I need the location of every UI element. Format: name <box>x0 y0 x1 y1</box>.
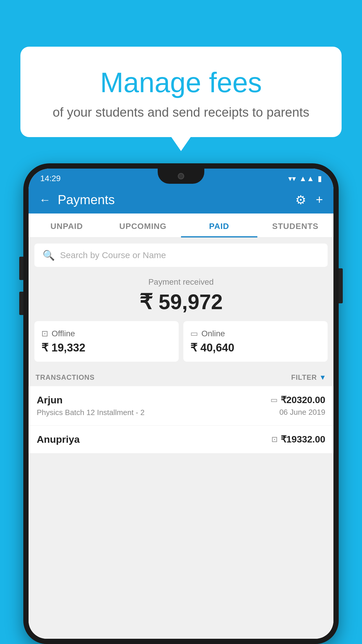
camera <box>178 173 184 179</box>
offline-card-header: ⊡ Offline <box>41 329 172 338</box>
transaction-name: Arjun <box>37 394 145 406</box>
app-header: ← Payments ⚙ + <box>29 186 333 214</box>
status-icons: ▾▾ ▲▲ ▮ <box>288 174 322 183</box>
payment-summary: Payment received ₹ 59,972 <box>29 267 333 321</box>
transaction-amount-row: ⊡ ₹19332.00 <box>271 434 325 445</box>
status-bar: 14:29 ▾▾ ▲▲ ▮ <box>29 169 333 186</box>
bubble-subtitle: of your students and send receipts to pa… <box>38 105 324 120</box>
transaction-right: ▭ ₹20320.00 06 June 2019 <box>270 394 325 417</box>
offline-icon: ⊡ <box>41 329 48 338</box>
search-icon: 🔍 <box>43 249 55 261</box>
phone-container: 14:29 ▾▾ ▲▲ ▮ ← Payments <box>23 163 339 644</box>
signal-icon: ▲▲ <box>299 174 314 183</box>
offline-amount: ₹ 19,332 <box>41 341 172 354</box>
payment-cards: ⊡ Offline ₹ 19,332 ▭ Online ₹ 40,640 <box>29 321 333 368</box>
phone-screen: 14:29 ▾▾ ▲▲ ▮ ← Payments <box>29 169 333 639</box>
tabs: UNPAID UPCOMING PAID STUDENTS <box>29 214 333 238</box>
page-title: Payments <box>58 192 115 207</box>
add-icon[interactable]: + <box>316 193 323 207</box>
filter-button[interactable]: FILTER ▼ <box>291 373 326 382</box>
search-placeholder: Search by Course or Name <box>60 250 166 260</box>
transaction-item[interactable]: Anupriya ⊡ ₹19332.00 <box>29 426 333 454</box>
speech-bubble: Manage fees of your students and send re… <box>20 47 342 137</box>
payment-received-label: Payment received <box>34 277 328 287</box>
card-payment-icon: ▭ <box>270 396 278 405</box>
transaction-description: Physics Batch 12 Installment - 2 <box>37 408 145 417</box>
notch <box>158 169 204 184</box>
search-bar[interactable]: 🔍 Search by Course or Name <box>34 244 328 267</box>
offline-label: Offline <box>52 329 75 338</box>
online-icon: ▭ <box>190 329 198 338</box>
offline-card: ⊡ Offline ₹ 19,332 <box>34 321 179 362</box>
content-area: 🔍 Search by Course or Name Payment recei… <box>29 238 333 639</box>
tab-paid[interactable]: PAID <box>181 214 257 237</box>
wifi-icon: ▾▾ <box>288 174 296 183</box>
header-left: ← Payments <box>39 192 115 207</box>
tab-students[interactable]: STUDENTS <box>257 214 334 237</box>
bubble-title: Manage fees <box>38 67 324 98</box>
transaction-left: Anupriya <box>37 434 80 445</box>
speech-bubble-container: Manage fees of your students and send re… <box>20 47 342 137</box>
transaction-right: ⊡ ₹19332.00 <box>271 434 325 445</box>
transaction-name: Anupriya <box>37 434 80 445</box>
transaction-date: 06 June 2019 <box>279 408 325 417</box>
online-label: Online <box>201 329 225 338</box>
transaction-item[interactable]: Arjun Physics Batch 12 Installment - 2 ▭… <box>29 386 333 426</box>
back-button[interactable]: ← <box>39 193 51 206</box>
online-card: ▭ Online ₹ 40,640 <box>183 321 328 362</box>
filter-label: FILTER <box>291 373 317 382</box>
transaction-left: Arjun Physics Batch 12 Installment - 2 <box>37 394 145 417</box>
transaction-amount: ₹19332.00 <box>281 434 325 445</box>
settings-icon[interactable]: ⚙ <box>295 193 306 207</box>
tab-unpaid[interactable]: UNPAID <box>29 214 105 237</box>
transactions-label: TRANSACTIONS <box>36 373 95 382</box>
payment-total-amount: ₹ 59,972 <box>34 290 328 314</box>
transaction-amount: ₹20320.00 <box>281 394 325 405</box>
status-time: 14:29 <box>40 174 61 183</box>
online-amount: ₹ 40,640 <box>190 341 321 354</box>
offline-payment-icon: ⊡ <box>271 435 278 444</box>
tab-upcoming[interactable]: UPCOMING <box>105 214 181 237</box>
transaction-amount-row: ▭ ₹20320.00 <box>270 394 325 405</box>
filter-icon: ▼ <box>319 373 326 382</box>
header-right: ⚙ + <box>295 193 323 207</box>
transactions-header: TRANSACTIONS FILTER ▼ <box>29 368 333 386</box>
phone-outer: 14:29 ▾▾ ▲▲ ▮ ← Payments <box>23 163 339 644</box>
battery-icon: ▮ <box>318 174 322 183</box>
online-card-header: ▭ Online <box>190 329 321 338</box>
